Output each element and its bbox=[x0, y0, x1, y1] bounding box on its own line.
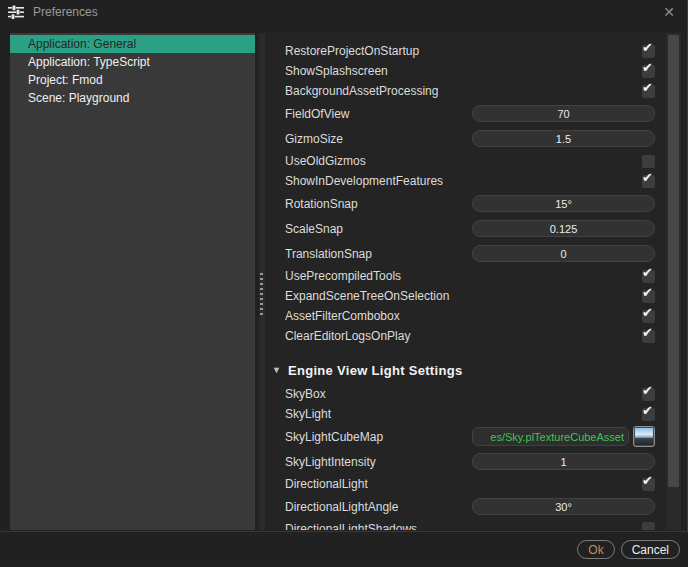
checkbox[interactable]: ✔ bbox=[642, 45, 655, 58]
setting-row: RestoreProjectOnStartup✔ bbox=[266, 41, 666, 61]
checkbox[interactable]: ✔ bbox=[642, 478, 655, 491]
checkmark-icon: ✔ bbox=[642, 285, 653, 300]
scrollbar-thumb[interactable] bbox=[668, 35, 679, 487]
checkbox[interactable]: ✔ bbox=[642, 175, 655, 188]
collapse-arrow-icon[interactable]: ▼ bbox=[272, 365, 288, 375]
checkmark-icon: ✔ bbox=[642, 80, 653, 95]
checkmark-icon: ✔ bbox=[642, 403, 653, 418]
setting-row: DirectionalLightShadows bbox=[266, 519, 666, 530]
value-input[interactable]: 0 bbox=[472, 245, 655, 262]
preferences-dialog: Preferences ✕ Application: GeneralApplic… bbox=[0, 0, 688, 567]
checkbox[interactable]: ✔ bbox=[642, 388, 655, 401]
preferences-category-list: Application: GeneralApplication: TypeScr… bbox=[10, 33, 255, 530]
setting-row: UsePrecompiledTools✔ bbox=[266, 266, 666, 286]
checkbox[interactable] bbox=[642, 155, 655, 168]
setting-row: ScaleSnap0.125 bbox=[266, 216, 666, 241]
window-title: Preferences bbox=[33, 5, 98, 19]
value-input[interactable]: 70 bbox=[472, 105, 655, 122]
setting-label: ShowSplashscreen bbox=[285, 64, 642, 78]
asset-browse-button[interactable] bbox=[633, 426, 655, 447]
setting-label: UseOldGizmos bbox=[285, 154, 642, 168]
checkbox[interactable] bbox=[642, 522, 655, 530]
setting-label: SkyLightIntensity bbox=[285, 455, 472, 469]
splitter-drag-handle-icon[interactable] bbox=[260, 273, 263, 315]
ok-button[interactable]: Ok bbox=[577, 540, 614, 559]
setting-row: BackgroundAssetProcessing✔ bbox=[266, 81, 666, 101]
checkbox[interactable]: ✔ bbox=[642, 85, 655, 98]
checkbox[interactable]: ✔ bbox=[642, 290, 655, 303]
sidebar-item[interactable]: Project: Fmod bbox=[10, 71, 255, 89]
setting-label: TranslationSnap bbox=[285, 247, 472, 261]
checkmark-icon: ✔ bbox=[642, 60, 653, 75]
setting-label: SkyBox bbox=[285, 387, 642, 401]
value-input[interactable]: 0.125 bbox=[472, 220, 655, 237]
checkmark-icon: ✔ bbox=[642, 170, 653, 185]
setting-label: RotationSnap bbox=[285, 197, 472, 211]
checkmark-icon: ✔ bbox=[642, 305, 653, 320]
setting-row: DirectionalLight✔ bbox=[266, 474, 666, 494]
setting-label: AssetFilterCombobox bbox=[285, 309, 642, 323]
sidebar-item[interactable]: Application: TypeScript bbox=[10, 53, 255, 71]
vertical-scrollbar[interactable] bbox=[666, 33, 681, 530]
panel-splitter[interactable] bbox=[259, 33, 265, 530]
setting-row: UseOldGizmos bbox=[266, 151, 666, 171]
sidebar-item[interactable]: Scene: Playground bbox=[10, 89, 255, 107]
checkbox[interactable]: ✔ bbox=[642, 408, 655, 421]
setting-row: TranslationSnap0 bbox=[266, 241, 666, 266]
setting-label: ClearEditorLogsOnPlay bbox=[285, 329, 642, 343]
checkbox[interactable]: ✔ bbox=[642, 270, 655, 283]
asset-path-input[interactable]: es/Sky.plTextureCubeAsset bbox=[472, 427, 629, 446]
setting-label: SkyLightCubeMap bbox=[285, 430, 472, 444]
setting-label: ShowInDevelopmentFeatures bbox=[285, 174, 642, 188]
checkbox[interactable]: ✔ bbox=[642, 310, 655, 323]
setting-label: GizmoSize bbox=[285, 132, 472, 146]
checkmark-icon: ✔ bbox=[642, 325, 653, 340]
checkbox[interactable]: ✔ bbox=[642, 330, 655, 343]
setting-row: GizmoSize1.5 bbox=[266, 126, 666, 151]
setting-label: FieldOfView bbox=[285, 107, 472, 121]
setting-label: ExpandSceneTreeOnSelection bbox=[285, 289, 642, 303]
setting-label: RestoreProjectOnStartup bbox=[285, 44, 642, 58]
setting-label: ScaleSnap bbox=[285, 222, 472, 236]
settings-panel: RestoreProjectOnStartup✔ShowSplashscreen… bbox=[266, 33, 666, 530]
setting-row: AssetFilterCombobox✔ bbox=[266, 306, 666, 326]
value-input[interactable]: 1.5 bbox=[472, 130, 655, 147]
cancel-button[interactable]: Cancel bbox=[621, 540, 680, 559]
title-bar: Preferences ✕ bbox=[0, 0, 687, 24]
section-header: ▼Engine View Light Settings bbox=[266, 360, 666, 380]
setting-label: DirectionalLightShadows bbox=[285, 519, 642, 530]
setting-label: UsePrecompiledTools bbox=[285, 269, 642, 283]
checkmark-icon: ✔ bbox=[642, 473, 653, 488]
dialog-footer: Ok Cancel bbox=[0, 531, 688, 567]
setting-row: SkyBox✔ bbox=[266, 384, 666, 404]
asset-thumbnail-icon bbox=[635, 428, 653, 445]
setting-row: ShowInDevelopmentFeatures✔ bbox=[266, 171, 666, 191]
value-input[interactable]: 15° bbox=[472, 195, 655, 212]
setting-row: SkyLight✔ bbox=[266, 404, 666, 424]
setting-row: SkyLightCubeMapes/Sky.plTextureCubeAsset bbox=[266, 424, 666, 449]
setting-row: RotationSnap15° bbox=[266, 191, 666, 216]
checkmark-icon: ✔ bbox=[642, 383, 653, 398]
setting-row: ShowSplashscreen✔ bbox=[266, 61, 666, 81]
setting-row: FieldOfView70 bbox=[266, 101, 666, 126]
setting-row: ExpandSceneTreeOnSelection✔ bbox=[266, 286, 666, 306]
setting-label: DirectionalLight bbox=[285, 477, 642, 491]
section-title: Engine View Light Settings bbox=[288, 363, 462, 378]
setting-label: BackgroundAssetProcessing bbox=[285, 84, 642, 98]
checkmark-icon: ✔ bbox=[642, 265, 653, 280]
setting-row: SkyLightIntensity1 bbox=[266, 449, 666, 474]
sliders-icon bbox=[8, 5, 24, 19]
sidebar-item[interactable]: Application: General bbox=[10, 35, 255, 53]
close-icon[interactable]: ✕ bbox=[659, 2, 679, 22]
setting-label: SkyLight bbox=[285, 407, 642, 421]
value-input[interactable]: 1 bbox=[472, 453, 655, 470]
setting-label: DirectionalLightAngle bbox=[285, 500, 472, 514]
value-input[interactable]: 30° bbox=[472, 498, 655, 515]
setting-row: DirectionalLightAngle30° bbox=[266, 494, 666, 519]
checkmark-icon: ✔ bbox=[642, 40, 653, 55]
setting-row: ClearEditorLogsOnPlay✔ bbox=[266, 326, 666, 346]
checkbox[interactable]: ✔ bbox=[642, 65, 655, 78]
